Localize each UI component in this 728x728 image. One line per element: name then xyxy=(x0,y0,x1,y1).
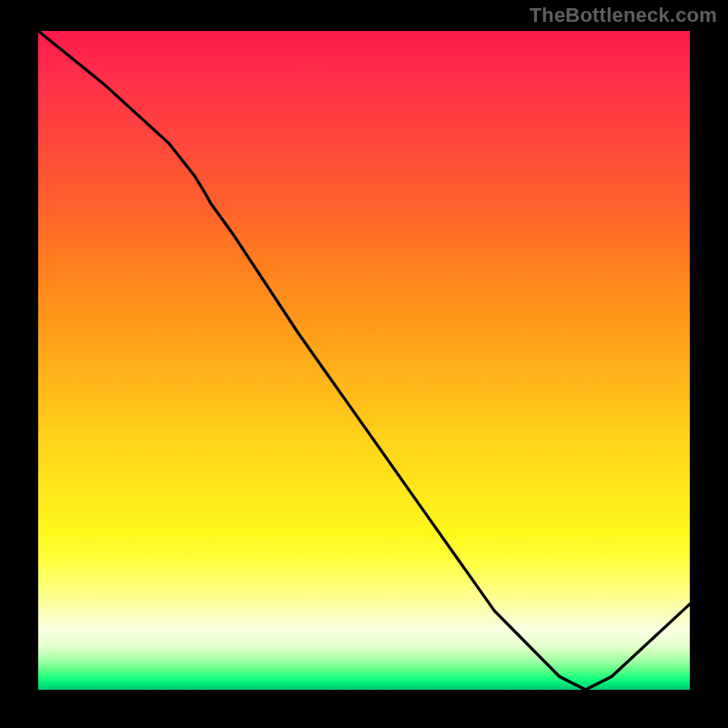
chart-container: TheBottleneck.com xyxy=(0,0,728,728)
curve-svg xyxy=(38,31,690,690)
plot-area xyxy=(35,27,693,693)
watermark-text: TheBottleneck.com xyxy=(530,4,717,27)
data-curve xyxy=(38,31,690,690)
